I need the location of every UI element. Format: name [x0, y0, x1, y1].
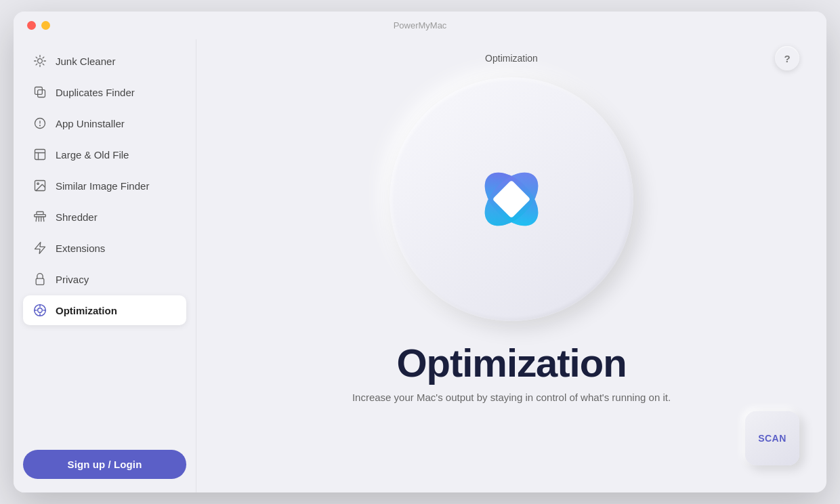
svg-rect-10 [38, 90, 45, 98]
junk-icon [33, 54, 47, 68]
sidebar-item-large-old-file[interactable]: Large & Old File [23, 140, 186, 169]
main-layout: Junk Cleaner Duplicates Finder [14, 39, 826, 492]
file-icon [33, 147, 47, 162]
similar-image-finder-label: Similar Image Finder [56, 180, 149, 192]
uninstaller-icon [33, 116, 47, 131]
sidebar-item-app-uninstaller[interactable]: App Uninstaller [23, 108, 186, 138]
junk-cleaner-label: Junk Cleaner [56, 56, 115, 67]
svg-line-5 [36, 57, 37, 58]
svg-point-0 [38, 59, 43, 64]
svg-line-20 [36, 217, 37, 222]
optimization-label: Optimization [56, 305, 117, 316]
svg-point-18 [37, 183, 39, 185]
app-uninstaller-label: App Uninstaller [56, 118, 125, 129]
image-icon [33, 178, 47, 193]
svg-line-23 [43, 217, 44, 222]
app-name: PowerMyMac [394, 20, 447, 30]
content-header: Optimization ? [224, 53, 799, 64]
svg-rect-24 [37, 212, 43, 215]
sidebar-item-extensions[interactable]: Extensions [23, 233, 186, 263]
privacy-label: Privacy [56, 274, 89, 285]
extensions-icon [33, 240, 47, 255]
svg-line-8 [43, 57, 44, 58]
bottom-section: Optimization Increase your Mac's output … [352, 341, 671, 403]
close-button[interactable] [27, 21, 36, 30]
extensions-label: Extensions [56, 243, 105, 254]
svg-line-7 [36, 64, 37, 65]
privacy-icon [33, 272, 47, 287]
sidebar-item-similar-image-finder[interactable]: Similar Image Finder [23, 171, 186, 201]
sidebar: Junk Cleaner Duplicates Finder [14, 39, 196, 492]
app-logo [444, 131, 579, 267]
svg-point-13 [40, 125, 41, 126]
shredder-icon [33, 209, 47, 224]
titlebar: PowerMyMac [14, 12, 826, 39]
help-button[interactable]: ? [775, 46, 799, 70]
svg-line-6 [43, 64, 44, 65]
traffic-lights [27, 21, 50, 30]
svg-rect-9 [35, 87, 43, 95]
svg-rect-25 [36, 278, 44, 285]
sidebar-item-duplicates-finder[interactable]: Duplicates Finder [23, 77, 186, 107]
sidebar-item-junk-cleaner[interactable]: Junk Cleaner [23, 46, 186, 76]
minimize-button[interactable] [41, 21, 50, 30]
sidebar-item-optimization[interactable]: Optimization [23, 295, 186, 325]
optimization-icon [33, 303, 47, 318]
svg-rect-14 [35, 150, 45, 160]
sidebar-item-shredder[interactable]: Shredder [23, 202, 186, 232]
sidebar-item-privacy[interactable]: Privacy [23, 264, 186, 294]
scan-button[interactable]: SCAN [745, 411, 799, 465]
nav-items: Junk Cleaner Duplicates Finder [23, 46, 186, 440]
large-old-file-label: Large & Old File [56, 149, 129, 161]
content-area: Optimization ? [196, 39, 826, 492]
logo-circle [390, 77, 633, 321]
content-header-title: Optimization [485, 53, 538, 64]
duplicates-finder-label: Duplicates Finder [56, 87, 135, 98]
sub-text: Increase your Mac's output by staying in… [352, 392, 671, 403]
duplicates-icon [33, 85, 47, 100]
signin-button[interactable]: Sign up / Login [23, 450, 186, 479]
scan-button-wrap: SCAN [745, 411, 799, 465]
shredder-label: Shredder [56, 211, 98, 223]
main-heading: Optimization [352, 341, 671, 385]
app-window: PowerMyMac [14, 12, 826, 492]
